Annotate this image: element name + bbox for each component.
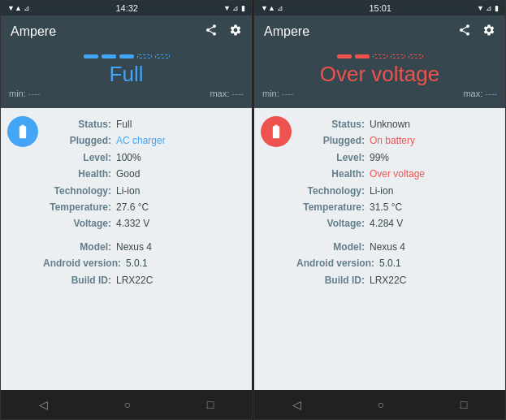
- battery-bar-3: [137, 54, 152, 58]
- settings-icon[interactable]: [482, 24, 495, 40]
- info-label: Health:: [296, 166, 370, 182]
- info-value: Good: [116, 166, 140, 182]
- info-row-5: Temperature:27.6 °C: [43, 199, 245, 215]
- status-bar-time: 14:32: [115, 3, 138, 13]
- info-row-9: Android version:5.0.1: [43, 255, 245, 271]
- info-value: Li-ion: [370, 183, 393, 199]
- info-row-0: Status:Unknown: [296, 116, 499, 132]
- info-label: Model:: [43, 239, 116, 255]
- info-value: 99%: [370, 149, 389, 166]
- info-label: Plugged:: [296, 132, 370, 149]
- max-label: max: ----: [210, 89, 244, 98]
- home-button[interactable]: ○: [124, 398, 131, 411]
- battery-bar-4: [155, 54, 170, 58]
- max-value: ----: [485, 89, 497, 98]
- info-table: Status:FullPlugged:AC chargerLevel:100%H…: [43, 116, 245, 382]
- app-bar-icons: [205, 24, 242, 40]
- info-row-1: Plugged:On battery: [296, 132, 499, 149]
- battery-bar-0: [84, 54, 98, 58]
- minmax-row: min: ---- max: ----: [254, 87, 505, 100]
- info-label: Voltage:: [296, 215, 370, 232]
- info-value: 4.284 V: [370, 215, 403, 232]
- min-value: ----: [282, 89, 294, 98]
- info-value: Full: [116, 116, 132, 132]
- info-value: Nexus 4: [370, 239, 405, 255]
- info-spacer: [43, 232, 245, 239]
- battery-bar-1: [102, 54, 116, 58]
- battery-icon-col: [7, 116, 38, 382]
- info-label: Temperature:: [296, 199, 370, 215]
- info-value: LRX22C: [116, 272, 153, 288]
- battery-bar-2: [373, 54, 387, 58]
- info-row-8: Model:Nexus 4: [43, 239, 245, 255]
- status-bar-signals: ▼▲ ⊿: [7, 4, 30, 12]
- recents-button[interactable]: □: [461, 398, 467, 411]
- battery-status-text: Full: [110, 62, 144, 87]
- min-value: ----: [28, 89, 41, 98]
- info-value: 100%: [116, 149, 141, 166]
- battery-section: Full min: ---- max: ----: [1, 48, 252, 108]
- info-spacer: [296, 232, 499, 239]
- max-label: max: ----: [463, 89, 497, 98]
- info-value: Li-ion: [116, 183, 140, 199]
- nav-bar: ◁○□: [254, 390, 505, 419]
- phone-panel-panel-full: ▼▲ ⊿ 14:32 ▼ ⊿ ▮ Ampere Full min: ---- m…: [0, 0, 253, 420]
- minmax-row: min: ---- max: ----: [1, 87, 252, 100]
- info-row-3: Health:Good: [43, 166, 245, 182]
- info-label: Status:: [43, 116, 116, 132]
- info-value: 4.332 V: [116, 215, 149, 232]
- info-value: 27.6 °C: [116, 199, 149, 215]
- info-row-9: Android version:5.0.1: [296, 255, 499, 271]
- battery-bar-3: [391, 54, 405, 58]
- info-label: Android version:: [296, 255, 379, 271]
- recents-button[interactable]: □: [207, 398, 214, 411]
- battery-bar-1: [355, 54, 370, 58]
- battery-bars: [84, 54, 170, 58]
- info-row-2: Level:100%: [43, 149, 245, 166]
- info-label: Build ID:: [43, 272, 116, 288]
- nav-bar: ◁○□: [1, 390, 252, 419]
- info-row-5: Temperature:31.5 °C: [296, 199, 499, 215]
- min-label: min: ----: [262, 89, 294, 98]
- min-label: min: ----: [9, 89, 41, 98]
- info-label: Technology:: [296, 183, 370, 199]
- info-value: Nexus 4: [116, 239, 152, 255]
- status-bar-signals: ▼▲ ⊿: [261, 4, 283, 12]
- info-row-6: Voltage:4.284 V: [296, 215, 499, 232]
- battery-bars: [337, 54, 423, 58]
- info-value: 5.0.1: [379, 255, 401, 271]
- info-label: Level:: [43, 149, 116, 166]
- app-title: Ampere: [264, 24, 458, 39]
- info-value: 5.0.1: [126, 255, 148, 271]
- settings-icon[interactable]: [229, 24, 242, 40]
- battery-status-text: Over voltage: [320, 62, 439, 87]
- phone-panel-panel-overvoltage: ▼▲ ⊿ 15:01 ▼ ⊿ ▮ Ampere Over voltage min…: [253, 0, 506, 420]
- info-value: LRX22C: [370, 272, 406, 288]
- home-button[interactable]: ○: [378, 398, 384, 411]
- info-label: Android version:: [43, 255, 126, 271]
- battery-bar-2: [119, 54, 134, 58]
- status-bar: ▼▲ ⊿ 14:32 ▼ ⊿ ▮: [1, 1, 252, 15]
- info-row-4: Technology:Li-ion: [43, 183, 245, 199]
- info-row-3: Health:Over voltage: [296, 166, 499, 182]
- share-icon[interactable]: [205, 24, 218, 40]
- battery-section: Over voltage min: ---- max: ----: [254, 48, 505, 108]
- app-bar-icons: [458, 24, 495, 40]
- back-button[interactable]: ◁: [39, 398, 48, 411]
- info-value: Unknown: [370, 116, 410, 132]
- info-row-4: Technology:Li-ion: [296, 183, 499, 199]
- battery-icon-col: [261, 116, 292, 382]
- share-icon[interactable]: [458, 24, 471, 40]
- info-label: Technology:: [43, 183, 116, 199]
- back-button[interactable]: ◁: [292, 398, 301, 411]
- info-value: Over voltage: [370, 166, 425, 182]
- battery-circle-icon: [261, 116, 292, 147]
- main-content: Status:FullPlugged:AC chargerLevel:100%H…: [1, 108, 252, 390]
- app-title: Ampere: [11, 24, 205, 39]
- status-bar-battery: ▼ ⊿ ▮: [477, 4, 499, 12]
- battery-bar-4: [409, 54, 423, 58]
- info-label: Temperature:: [43, 199, 116, 215]
- app-bar: Ampere: [1, 15, 252, 48]
- info-row-0: Status:Full: [43, 116, 245, 132]
- info-label: Model:: [296, 239, 370, 255]
